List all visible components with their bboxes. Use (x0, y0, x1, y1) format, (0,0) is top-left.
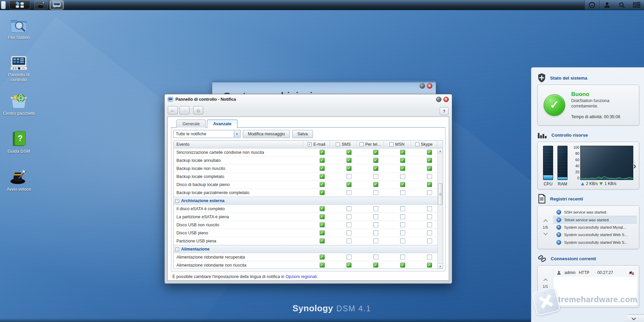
checkbox-unchecked[interactable] (427, 206, 432, 211)
checkbox-unchecked[interactable] (427, 230, 432, 235)
checkbox-checked[interactable] (346, 166, 352, 171)
checkbox-checked[interactable] (320, 263, 325, 268)
checkbox-unchecked[interactable] (346, 222, 352, 227)
checkbox-unchecked[interactable] (373, 230, 378, 235)
checkbox-unchecked[interactable] (400, 222, 405, 227)
checkbox-unchecked[interactable] (373, 174, 378, 179)
checkbox-unchecked[interactable] (373, 238, 378, 243)
taskbar-item-quick-start[interactable] (34, 1, 48, 9)
table-row[interactable]: La partizione eSATA è piena (174, 213, 443, 221)
close-button[interactable] (427, 83, 432, 89)
table-scrollbar[interactable]: ▲ ▼ (437, 148, 443, 269)
checkbox-checked[interactable] (346, 182, 352, 187)
checkbox-checked[interactable] (373, 158, 378, 163)
checkbox-unchecked[interactable] (346, 214, 352, 219)
checkbox-unchecked[interactable] (373, 222, 378, 227)
checkbox-checked[interactable] (427, 263, 432, 268)
checkbox-checked[interactable] (427, 182, 432, 187)
checkbox-checked[interactable] (320, 150, 325, 155)
table-row[interactable]: Partizione USB piena (174, 237, 443, 245)
minimize-button[interactable] (420, 83, 425, 89)
table-row[interactable]: Sincronizzazione cartelle condivise non … (174, 148, 443, 156)
scroll-up-arrow[interactable]: ▲ (438, 148, 443, 153)
pager-down-icon[interactable] (543, 290, 548, 294)
show-desktop-button[interactable] (1, 1, 6, 9)
checkbox-unchecked[interactable] (427, 255, 432, 260)
checkbox-unchecked[interactable] (346, 230, 352, 235)
desktop-icon-quick-start[interactable]: Avvio veloce (3, 169, 35, 202)
home-button[interactable]: ⌂ (193, 106, 203, 114)
checkbox-checked[interactable] (346, 263, 352, 268)
checkbox-checked[interactable] (320, 174, 325, 179)
edit-message-button[interactable]: Modifica messaggio (243, 130, 290, 138)
checkbox-checked[interactable] (320, 166, 325, 171)
search-button[interactable] (614, 0, 629, 10)
checkbox-unchecked[interactable] (346, 255, 352, 260)
checkbox-unchecked[interactable] (400, 238, 405, 243)
tab-general[interactable]: Generale (176, 120, 206, 128)
checkbox-checked[interactable] (320, 158, 325, 163)
channel-header-checkbox[interactable] (360, 142, 364, 146)
checkbox-unchecked[interactable] (373, 214, 378, 219)
notification-filter-select[interactable]: Tutte le notifiche (173, 130, 240, 138)
tab-advanced[interactable]: Avanzate (207, 120, 237, 128)
help-button[interactable]: ? (440, 107, 448, 115)
checkbox-checked[interactable] (400, 150, 405, 155)
table-row[interactable]: Backup locale parzialmente completato (174, 189, 443, 197)
checkbox-unchecked[interactable] (373, 206, 378, 211)
desktop-icon-control-panel[interactable]: Pannello di controllo (3, 55, 35, 88)
disconnect-icon[interactable] (628, 270, 634, 275)
checkbox-checked[interactable] (400, 158, 405, 163)
checkbox-unchecked[interactable] (346, 238, 352, 243)
checkbox-checked[interactable] (400, 166, 405, 171)
checkbox-unchecked[interactable] (346, 206, 352, 211)
table-row[interactable]: Disco USB non riuscito (174, 221, 443, 229)
checkbox-checked[interactable] (427, 150, 432, 155)
desktop-icon-package-center[interactable]: Centro pacchetti (3, 93, 35, 126)
checkbox-unchecked[interactable] (373, 190, 378, 195)
channel-header-checkbox[interactable] (389, 142, 393, 146)
collapse-section-icon[interactable] (175, 247, 179, 251)
desktop-icon-file-station[interactable]: File Station (3, 17, 35, 50)
regional-options-link[interactable]: Opzioni regionali (285, 274, 317, 279)
checkbox-checked[interactable] (320, 222, 325, 227)
checkbox-checked[interactable] (320, 238, 325, 243)
channel-header-checkbox[interactable] (308, 142, 312, 146)
connection-row[interactable]: admin HTTP 00:27:27 (553, 268, 637, 277)
table-row[interactable]: Backup locale non riuscito (174, 165, 443, 173)
forward-button[interactable]: → (179, 106, 190, 114)
checkbox-unchecked[interactable] (427, 222, 432, 227)
checkbox-checked[interactable] (320, 190, 325, 195)
minimize-button[interactable] (436, 97, 441, 102)
checkbox-unchecked[interactable] (427, 214, 432, 219)
checkbox-unchecked[interactable] (400, 214, 405, 219)
checkbox-unchecked[interactable] (346, 174, 352, 179)
pilot-view-button[interactable] (629, 0, 644, 10)
checkbox-unchecked[interactable] (373, 255, 378, 260)
checkbox-checked[interactable] (373, 263, 378, 268)
checkbox-checked[interactable] (346, 150, 352, 155)
channel-header-checkbox[interactable] (336, 142, 340, 146)
table-row[interactable]: Alimentazione ridondante recuperata (174, 253, 443, 261)
table-row[interactable]: Disco di backup locale pieno (174, 181, 443, 189)
resource-monitor-expand-button[interactable]: › (633, 161, 639, 174)
checkbox-checked[interactable] (373, 150, 378, 155)
user-menu-button[interactable] (600, 0, 614, 10)
table-row[interactable]: Disco USB pieno (174, 229, 443, 237)
checkbox-checked[interactable] (400, 182, 405, 187)
table-row[interactable]: Alimentazione ridondante non riuscita (174, 261, 443, 269)
back-button[interactable]: ← (168, 106, 178, 114)
pager-up-icon[interactable] (543, 278, 548, 283)
checkbox-checked[interactable] (346, 158, 352, 163)
checkbox-checked[interactable] (320, 255, 325, 260)
checkbox-checked[interactable] (320, 230, 325, 235)
checkbox-checked[interactable] (373, 182, 378, 187)
checkbox-checked[interactable] (427, 166, 432, 171)
scroll-down-arrow[interactable]: ▼ (438, 264, 443, 269)
checkbox-unchecked[interactable] (400, 190, 405, 195)
checkbox-unchecked[interactable] (346, 190, 352, 195)
checkbox-checked[interactable] (320, 214, 325, 219)
table-row[interactable]: Backup locale completato (174, 173, 443, 181)
scrollbar-thumb[interactable] (438, 183, 442, 205)
checkbox-checked[interactable] (427, 158, 432, 163)
